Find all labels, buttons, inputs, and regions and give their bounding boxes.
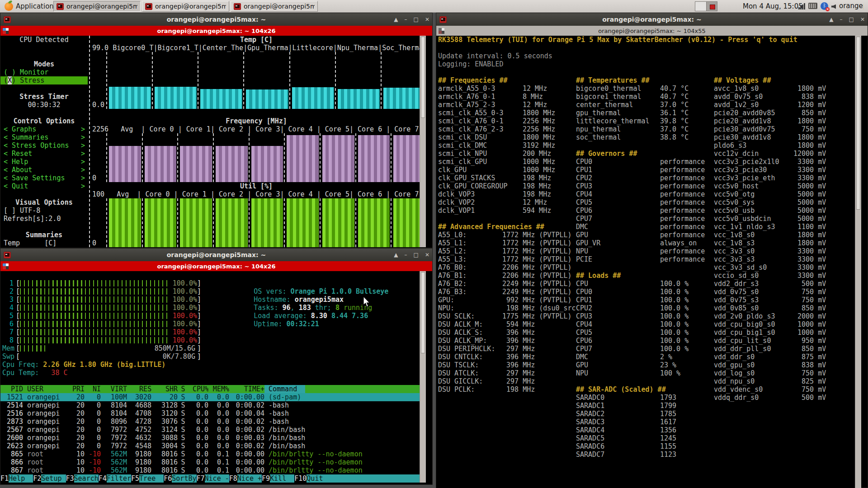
load-row: CPU4100.0 % bbox=[576, 320, 712, 328]
temp-graph bbox=[109, 52, 425, 109]
htop-scrollbar[interactable] bbox=[420, 271, 426, 483]
shade-button[interactable]: ▲ bbox=[394, 252, 398, 258]
function-key-button[interactable]: F9Kill bbox=[262, 474, 294, 483]
function-key-button[interactable]: F5Tree bbox=[131, 474, 164, 483]
process-row[interactable]: 2514orangepi200810446883128S0.00.00:00.0… bbox=[0, 401, 426, 409]
stui-terminal-titlebar[interactable]: orangepi@orangepi5max: ~ 104x26 bbox=[0, 26, 432, 36]
process-row[interactable]: 2516orangepi200810447083120S0.00.00:00.0… bbox=[0, 409, 426, 418]
htop-titlebar[interactable]: orangepi@orangepi5max: ~ ▲ – □ ✕ bbox=[0, 249, 432, 261]
control-option[interactable]: Save Settings bbox=[4, 174, 85, 182]
workspace-1[interactable] bbox=[695, 2, 707, 11]
loads-table: CPU100.0 %CPU0100.0 %CPU1100.0 %CPU2100.… bbox=[576, 280, 712, 377]
maximize-button[interactable]: □ bbox=[849, 17, 854, 22]
stui-titlebar[interactable]: orangepi@orangepi5max: ~ ▲ – □ ✕ bbox=[0, 13, 432, 26]
process-row[interactable]: 867root10-10562M91808016S0.00.10:00.00/b… bbox=[0, 466, 426, 474]
system-tray: ᛒ orangepi bbox=[798, 2, 863, 10]
function-key-button[interactable]: F4Filter bbox=[99, 474, 131, 483]
util-graph-column bbox=[216, 198, 248, 247]
governor-row: GPUperformance bbox=[576, 231, 712, 239]
freq-axis-min: 0 bbox=[92, 174, 96, 182]
telemetry-terminal-titlebar[interactable]: orangepi@orangepi5max: ~ 104x55 bbox=[436, 26, 868, 36]
frequency-row: scmi_clk_A55_0-31800 MHz bbox=[438, 109, 574, 117]
taskbar-window-button[interactable]: orangepi@orangepi5ma... bbox=[142, 1, 229, 12]
cpu-meter: 6[100.0%] bbox=[2, 320, 201, 328]
close-button[interactable]: ✕ bbox=[860, 17, 865, 22]
bluetooth-icon[interactable]: ᛒ bbox=[821, 2, 828, 10]
control-option[interactable]: About bbox=[4, 166, 85, 174]
temp-graph-column bbox=[338, 52, 380, 109]
keyboard-icon[interactable] bbox=[808, 3, 817, 9]
function-key-button[interactable]: F7Nice - bbox=[197, 474, 229, 483]
htop-terminal-titlebar[interactable]: orangepi@orangepi5max: ~ 104x26 bbox=[0, 261, 432, 271]
workspace-2[interactable] bbox=[707, 2, 717, 11]
utf8-checkbox[interactable]: [ ] UTF-8 bbox=[4, 206, 40, 215]
process-row[interactable]: 1521orangepi200100M302020S0.00.00:00.00(… bbox=[0, 393, 426, 401]
governor-row: CPU1performance bbox=[576, 166, 712, 174]
function-key-button[interactable]: F2Setup bbox=[33, 474, 66, 483]
terminator-group-icon[interactable] bbox=[3, 28, 9, 34]
workspace-pager[interactable] bbox=[695, 1, 717, 11]
stui-scrollbar[interactable] bbox=[420, 36, 426, 247]
orangepi-logo-icon bbox=[5, 2, 13, 11]
control-option[interactable]: Stress Options bbox=[4, 141, 85, 150]
terminator-group-icon[interactable] bbox=[3, 263, 9, 269]
frequency-row: clk_GPU_STACKS198 MHz bbox=[438, 174, 574, 182]
close-button[interactable]: ✕ bbox=[425, 17, 429, 22]
voltage-row: vdd_cpu_lit_s0 950 mV bbox=[714, 337, 849, 345]
maximize-button[interactable]: □ bbox=[414, 17, 419, 22]
load-row: CPU1100.0 % bbox=[576, 296, 712, 304]
control-option[interactable]: Summaries bbox=[4, 133, 85, 141]
minimize-button[interactable]: – bbox=[405, 17, 407, 22]
function-key-button[interactable]: F6SortBy bbox=[164, 474, 196, 483]
minimize-button[interactable]: – bbox=[405, 252, 407, 258]
cpu-detected-label: CPU Detected bbox=[0, 36, 88, 44]
temp-graph-column bbox=[109, 52, 151, 109]
terminal-icon bbox=[234, 3, 241, 10]
shade-button[interactable]: ▲ bbox=[829, 17, 833, 22]
freq-graph-column bbox=[251, 133, 283, 182]
taskbar-window-button[interactable]: orangepi@orangepi5ma... bbox=[231, 1, 318, 12]
close-button[interactable]: ✕ bbox=[425, 252, 429, 258]
cpu-meter: 3[100.0%] bbox=[2, 296, 201, 304]
process-row[interactable]: 865root10-10562M91808016S0.00.10:00.00/b… bbox=[0, 450, 426, 458]
applications-label: Applications bbox=[16, 2, 57, 10]
network-signal-icon[interactable] bbox=[798, 2, 805, 9]
temp-graph-column bbox=[292, 52, 334, 109]
telemetry-scrollbar[interactable] bbox=[855, 36, 861, 488]
process-row[interactable]: 2600orangepi200797246323088S0.00.00:00.0… bbox=[0, 434, 426, 442]
control-option[interactable]: Quit bbox=[4, 182, 85, 190]
swap-meter: Swp[0K/7.80G] bbox=[2, 352, 201, 361]
process-row[interactable]: 2567orangepi200797247523124S0.00.00:00.0… bbox=[0, 426, 426, 434]
telemetry-titlebar[interactable]: orangepi@orangepi5max: ~ ▲ – □ ✕ bbox=[436, 13, 868, 26]
temperature-row: npu_thermal37.0 °C bbox=[576, 125, 712, 133]
function-key-button[interactable]: F3Search bbox=[66, 474, 99, 483]
control-option[interactable]: Reset bbox=[4, 150, 85, 158]
taskbar-window-button[interactable]: orangepi@orangepi5ma... bbox=[53, 1, 141, 12]
process-row[interactable]: 866root10-10562M91808016S0.00.10:00.00/b… bbox=[0, 458, 426, 466]
function-key-button[interactable]: F10Quit bbox=[294, 474, 426, 483]
stui-terminal: CPU Detected Modes ( ) Monitor (X) Stres… bbox=[0, 36, 426, 247]
voltage-row: vcc_1v8_s0 1800 mV bbox=[714, 231, 849, 239]
advanced-frequency-row: NPU: 198 MHz (dsu0_src bbox=[438, 304, 574, 312]
minimize-button[interactable]: – bbox=[840, 17, 843, 22]
function-key-button[interactable]: F1Help bbox=[0, 474, 33, 483]
system-info: OS vers: Orange Pi 1.0.0 Bullseye Hostna… bbox=[213, 279, 388, 320]
load-row: GPU23 % bbox=[576, 361, 712, 369]
saradc-header: ## SAR-ADC (Scaled) ## bbox=[576, 385, 666, 394]
mode-stress-radio[interactable]: (X) Stress bbox=[0, 76, 88, 84]
mode-monitor-radio[interactable]: ( ) Monitor bbox=[4, 68, 48, 76]
process-row[interactable]: 2873orangepi200809647283076S0.00.00:00.0… bbox=[0, 418, 426, 426]
function-key-button[interactable]: F8Nice + bbox=[229, 474, 262, 483]
util-graph-column bbox=[180, 198, 212, 247]
maximize-button[interactable]: □ bbox=[414, 252, 419, 258]
shade-button[interactable]: ▲ bbox=[394, 17, 398, 22]
speaker-icon[interactable] bbox=[831, 5, 836, 9]
control-option[interactable]: Help bbox=[4, 158, 85, 166]
terminator-group-icon[interactable] bbox=[439, 28, 444, 34]
control-option[interactable]: Graphs bbox=[4, 125, 85, 133]
refresh-rate-field[interactable]: Refresh[s]:2.0 bbox=[4, 215, 61, 223]
process-row[interactable]: 2623orangepi200797245483004S0.00.00:00.0… bbox=[0, 442, 426, 450]
stress-timer-title: Stress Timer bbox=[0, 93, 88, 101]
process-table-header[interactable]: PIDUSER PRI NI VIRT RES SHRS CPU% MEM% T… bbox=[0, 385, 426, 393]
load-row: CPU2100.0 % bbox=[576, 304, 712, 312]
